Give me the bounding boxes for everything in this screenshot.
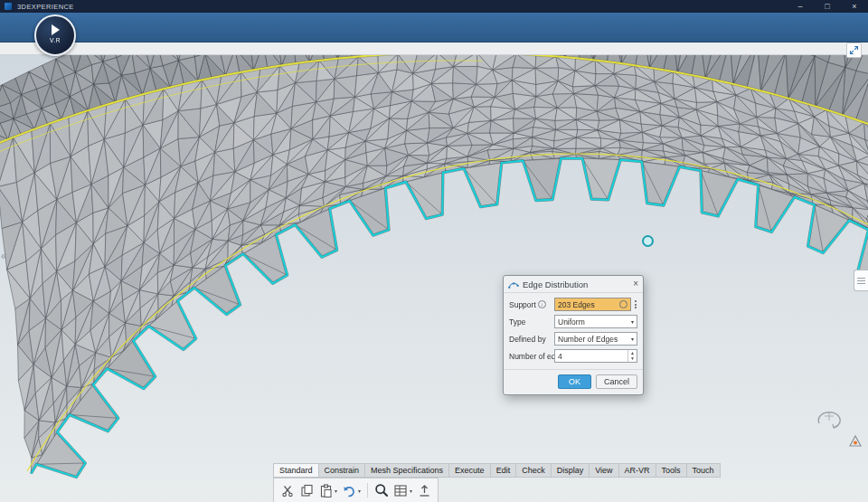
window-titlebar: 3DEXPERIENCE – □ × — [0, 0, 868, 13]
dialog-titlebar[interactable]: Edge Distribution × — [504, 276, 643, 293]
zoom-icon[interactable] — [373, 482, 390, 498]
cancel-button[interactable]: Cancel — [596, 374, 637, 389]
application-window: 3DEXPERIENCE – □ × 3DEXPERIENCE | SIMULI… — [0, 0, 868, 502]
tab-mesh-specifications[interactable]: Mesh Specifications — [365, 463, 449, 478]
breadcrumb-bar — [0, 42, 868, 55]
ribbon-icon-strip: ▾ ▾ ▾ — [273, 478, 439, 502]
defined-by-value: Number of Edges — [558, 335, 618, 344]
type-value: Uniform — [558, 317, 585, 327]
edge-distribution-icon — [508, 279, 519, 289]
expand-viewport-button[interactable] — [846, 43, 862, 58]
more-options-icon[interactable] — [634, 300, 637, 308]
tab-standard[interactable]: Standard — [273, 463, 319, 478]
chevron-down-icon: ▾ — [631, 319, 634, 325]
type-select[interactable]: Uniform ▾ — [554, 315, 637, 328]
paste-dropdown-icon[interactable]: ▾ — [335, 488, 337, 494]
ribbon-tabs: Standard Constrain Mesh Specifications E… — [273, 463, 721, 478]
number-of-edges-spinner[interactable]: 4 ▲ ▼ — [554, 349, 637, 363]
edge-distribution-dialog: Edge Distribution × Support i 203 Edges … — [503, 275, 644, 395]
undo-dropdown-icon[interactable]: ▾ — [358, 488, 361, 494]
tab-edit[interactable]: Edit — [491, 463, 517, 478]
maximize-button[interactable]: □ — [814, 0, 841, 13]
tab-constrain[interactable]: Constrain — [319, 463, 366, 478]
rotate-view-gizmo[interactable] — [814, 403, 846, 432]
cut-icon[interactable] — [279, 482, 296, 498]
tab-ar-vr[interactable]: AR-VR — [619, 463, 656, 478]
info-icon[interactable]: i — [538, 300, 546, 308]
dialog-close-icon[interactable]: × — [633, 279, 638, 289]
number-of-edges-label: Number of edges — [509, 352, 552, 361]
defined-by-label: Defined by — [509, 335, 552, 344]
report-icon[interactable] — [392, 482, 409, 498]
minimize-button[interactable]: – — [787, 0, 814, 13]
dialog-body: Support i 203 Edges Type Uniform ▾ Defin… — [504, 293, 643, 367]
undo-icon[interactable] — [341, 482, 357, 498]
support-field[interactable]: 203 Edges — [554, 298, 631, 311]
cursor-indicator — [642, 235, 654, 247]
export-icon[interactable] — [416, 482, 432, 498]
dialog-title: Edge Distribution — [523, 279, 629, 289]
selection-filter-icon[interactable] — [619, 300, 627, 308]
support-label: Support — [509, 300, 536, 309]
app-icon — [5, 3, 12, 10]
toolbar-divider — [367, 483, 368, 497]
tab-check[interactable]: Check — [516, 463, 552, 478]
play-icon — [52, 24, 60, 35]
ok-button[interactable]: OK — [558, 374, 591, 389]
dialog-footer: OK Cancel — [504, 369, 643, 394]
tab-display[interactable]: Display — [552, 463, 590, 478]
number-of-edges-row: Number of edges 4 ▲ ▼ — [509, 349, 637, 363]
report-dropdown-icon[interactable]: ▾ — [410, 488, 412, 494]
robot-icon[interactable] — [848, 434, 863, 449]
number-of-edges-value: 4 — [555, 350, 627, 362]
chevron-down-icon: ▾ — [631, 336, 634, 342]
left-panel-chevrons[interactable]: « — [1, 250, 7, 262]
paste-icon[interactable] — [317, 482, 334, 498]
tab-tools[interactable]: Tools — [656, 463, 687, 478]
compass-label: V.R — [50, 37, 61, 43]
spinner-down-icon[interactable]: ▼ — [628, 356, 637, 363]
copy-icon[interactable] — [298, 482, 315, 498]
type-label: Type — [509, 317, 552, 327]
support-row: Support i 203 Edges — [509, 298, 637, 311]
top-toolbar — [0, 13, 868, 43]
defined-by-row: Defined by Number of Edges ▾ — [509, 332, 637, 346]
support-value: 203 Edges — [558, 300, 618, 309]
defined-by-select[interactable]: Number of Edges ▾ — [554, 332, 637, 346]
tab-view[interactable]: View — [590, 463, 618, 478]
side-panel-handle[interactable] — [854, 270, 868, 291]
window-title: 3DEXPERIENCE — [17, 3, 787, 11]
close-button[interactable]: × — [841, 0, 868, 13]
tab-touch[interactable]: Touch — [687, 463, 721, 478]
type-row: Type Uniform ▾ — [509, 315, 637, 328]
3d-viewport-canvas[interactable] — [0, 54, 868, 502]
3dexperience-compass[interactable]: V.R — [34, 14, 76, 56]
tab-execute[interactable]: Execute — [449, 463, 491, 478]
